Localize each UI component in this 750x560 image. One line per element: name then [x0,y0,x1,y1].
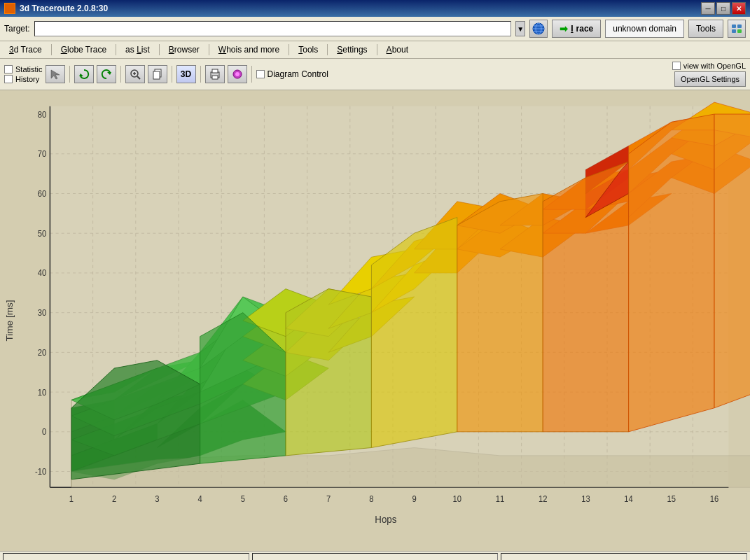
svg-text:60: 60 [38,188,47,199]
svg-marker-10 [79,74,83,76]
svg-rect-17 [153,71,160,79]
svg-marker-139 [714,114,750,408]
window-title: 3d Traceroute 2.0.8:30 [20,4,108,13]
svg-text:Time [ms]: Time [ms] [5,300,15,341]
target-label: Target: [4,24,30,34]
svg-text:11: 11 [496,493,505,504]
trace-arrow-icon: ➡ [560,23,568,34]
svg-rect-7 [732,29,736,33]
svg-text:80: 80 [38,109,47,120]
tb-sep-4 [200,66,201,83]
tb-sep-1 [69,66,70,83]
svg-marker-133 [286,289,371,456]
statistic-label: Statistic [15,65,43,74]
toolbar: Statistic History [0,59,750,90]
menu-sep-6 [327,44,328,55]
menu-settings[interactable]: Settings [331,43,373,57]
menu-browser[interactable]: Browser [162,43,206,57]
diagram-control-label: Diagram Control [256,69,328,79]
svg-text:0: 0 [42,427,47,438]
address-bar: Target: ▼ ➡ Irace unknown domain Tools [0,17,750,41]
status-panel-3 [501,553,747,561]
svg-point-22 [235,72,239,76]
svg-text:3: 3 [155,493,160,504]
app-icon [4,3,15,14]
menu-whois[interactable]: Whois and more [212,43,286,57]
status-panel-2 [252,553,499,561]
svg-marker-136 [543,162,628,432]
svg-rect-8 [737,29,742,33]
tools-button[interactable]: Tools [688,20,723,38]
menu-sep-2 [116,44,116,55]
history-row: History [4,75,43,83]
trace-label: I [571,24,573,34]
svg-rect-6 [737,24,742,28]
menu-globetrace[interactable]: Globe Trace [55,43,113,57]
tb-sep-3 [172,66,172,83]
domain-badge: unknown domain [605,20,684,38]
svg-line-13 [137,76,140,79]
statistic-row: Statistic [4,65,43,74]
opengl-checkbox[interactable] [672,62,681,70]
trace-label-rest: race [576,24,594,34]
menu-bar: 3d Trace Globe Trace as List Browser Who… [0,41,750,59]
status-panel-1 [3,553,249,561]
opengl-option-row: view with OpenGL [672,62,746,70]
statistic-checkbox[interactable] [4,65,13,74]
stat-history-group: Statistic History [4,65,43,83]
svg-text:50: 50 [38,228,47,239]
svg-text:14: 14 [624,493,633,504]
diagram-control-checkbox[interactable] [256,70,265,78]
tools-extra-button[interactable] [728,20,746,38]
menu-sep-3 [159,44,160,55]
chart-svg: -10 0 10 20 30 40 50 60 70 80 Time [ms] … [0,90,750,551]
close-button[interactable]: ✕ [732,2,746,15]
copy-button[interactable] [148,65,167,83]
opengl-settings-button[interactable]: OpenGL Settings [674,71,746,87]
tb-sep-5 [251,66,252,83]
svg-text:20: 20 [38,347,47,358]
svg-text:30: 30 [38,308,47,318]
svg-text:8: 8 [369,493,374,504]
zoom-button[interactable] [125,65,145,83]
menu-tools[interactable]: Tools [292,43,324,57]
window-controls: ─ □ ✕ [701,2,746,15]
svg-text:40: 40 [38,268,47,279]
refresh-button[interactable] [74,65,94,83]
title-bar: 3d Traceroute 2.0.8:30 ─ □ ✕ [0,0,750,17]
tb-sep-2 [120,66,121,83]
svg-text:15: 15 [667,493,676,504]
menu-sep-4 [209,44,209,55]
svg-rect-5 [732,24,736,28]
svg-text:10: 10 [453,493,462,504]
maximize-button[interactable]: □ [716,2,730,15]
opengl-label: view with OpenGL [683,62,746,70]
pointer-button[interactable] [46,65,65,83]
dropdown-arrow[interactable]: ▼ [515,21,525,36]
svg-text:10: 10 [38,387,47,398]
menu-about[interactable]: About [380,43,415,57]
target-input[interactable] [34,21,512,36]
globe-button[interactable] [529,20,548,38]
svg-text:5: 5 [241,493,246,504]
menu-aslist[interactable]: as List [119,43,156,57]
svg-marker-11 [107,72,111,75]
menu-3dtrace[interactable]: 3d Trace [3,43,48,57]
menu-sep-5 [289,44,289,55]
svg-text:12: 12 [539,493,547,504]
status-bar [0,551,750,560]
3d-button[interactable]: 3D [176,65,196,83]
trace-button[interactable]: ➡ Irace [552,20,601,38]
svg-text:7: 7 [326,493,331,504]
history-checkbox[interactable] [4,75,13,83]
svg-text:1: 1 [69,493,74,504]
main-content: -10 0 10 20 30 40 50 60 70 80 Time [ms] … [0,90,750,551]
history-label: History [15,75,39,83]
print-button[interactable] [205,65,225,83]
svg-rect-20 [212,76,218,79]
refresh2-button[interactable] [97,65,116,83]
minimize-button[interactable]: ─ [701,2,715,15]
screenshot-button[interactable] [228,65,247,83]
svg-marker-135 [457,193,543,431]
menu-sep-7 [377,44,377,55]
